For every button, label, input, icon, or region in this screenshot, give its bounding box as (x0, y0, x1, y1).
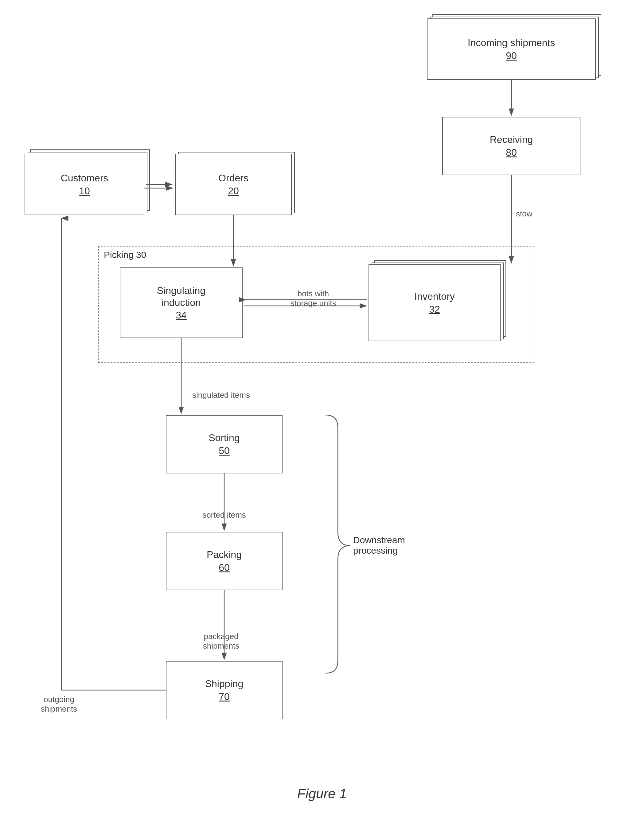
diagram: Incoming shipments 90 Receiving 80 Custo… (0, 0, 644, 826)
arrows-svg (0, 0, 644, 826)
figure-caption: Figure 1 (0, 786, 644, 801)
stow-label: stow (516, 209, 532, 219)
sorted-items-label: sorted items (190, 510, 258, 520)
bots-label: bots withstorage units (270, 289, 356, 308)
downstream-processing-label: Downstreamprocessing (353, 535, 433, 556)
singulated-items-label: singulated items (181, 390, 261, 400)
outgoing-shipments-label: outgoingshipments (25, 695, 93, 714)
packaged-shipments-label: packagedshipments (181, 632, 261, 651)
